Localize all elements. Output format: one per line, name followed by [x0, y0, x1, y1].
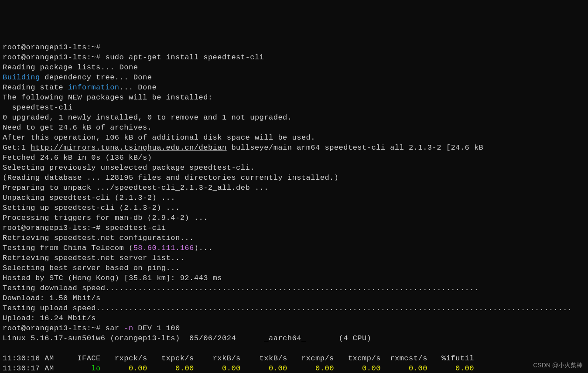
output-line: Reading state	[3, 83, 68, 92]
output-line: Fetched 24.6 kB in 0s (136 kB/s)	[3, 154, 152, 162]
sar-row-time: 11:30:17 AM	[3, 364, 91, 373]
download-result: Download: 1.50 Mbit/s	[3, 294, 101, 302]
output-line: bullseye/main arm64 speedtest-cli all 2.…	[227, 144, 484, 152]
information-keyword: information	[68, 83, 120, 92]
output-line: Testing from China Telecom (	[3, 244, 133, 252]
building-keyword: Building	[3, 73, 40, 82]
output-line: Get:1	[3, 144, 31, 152]
prompt: root@orangepi3-lts:~#	[3, 53, 101, 62]
output-line: Unpacking speedtest-cli (2.1.3-2) ...	[3, 194, 175, 202]
output-line: Preparing to unpack .../speedtest-cli_2.…	[3, 184, 269, 192]
sar-row-values: 0.00 0.00 0.00 0.00 0.00 0.00 0.00 0.00	[101, 364, 474, 373]
output-line: (Reading database ... 128195 files and d…	[3, 174, 339, 182]
output-line: ... Done	[120, 83, 157, 92]
output-line: 0 upgraded, 1 newly installed, 0 to remo…	[3, 113, 292, 122]
prompt: root@orangepi3-lts:~#	[3, 224, 101, 232]
command-sar-args: DEV 1 100	[133, 324, 180, 332]
output-line: After this operation, 106 kB of addition…	[3, 133, 315, 142]
sar-header: 11:30:16 AM IFACE rxpck/s txpck/s rxkB/s…	[3, 354, 474, 363]
prompt: root@orangepi3-lts:~#	[3, 324, 101, 332]
ip-address: 58.60.111.166	[133, 244, 194, 252]
output-line: Selecting previously unselected package …	[3, 164, 255, 172]
command-install: sudo apt-get install speedtest-cli	[105, 53, 264, 62]
upload-result: Upload: 16.24 Mbit/s	[3, 314, 96, 322]
output-line: Testing download speed..................…	[3, 284, 479, 292]
command-sar: sar	[105, 324, 124, 332]
output-line: Retrieving speedtest.net configuration..…	[3, 234, 194, 242]
output-line: Setting up speedtest-cli (2.1.3-2) ...	[3, 204, 180, 212]
output-line: Hosted by STC (Hong Kong) [35.81 km]: 92…	[3, 274, 222, 282]
output-line: Testing upload speed....................…	[3, 304, 572, 312]
system-info: Linux 5.16.17-sun50iw6 (orangepi3-lts) 0…	[3, 334, 371, 342]
csdn-watermark: CSDN @小火柴棒	[533, 360, 583, 370]
output-line: Selecting best server based on ping...	[3, 264, 180, 272]
output-line: Reading package lists... Done	[3, 63, 138, 72]
output-line: speedtest-cli	[3, 103, 73, 112]
output-line: Need to get 24.6 kB of archives.	[3, 123, 152, 132]
iface-lo: lo	[91, 364, 100, 373]
prompt: root@orangepi3-lts:~#	[3, 43, 101, 51]
output-line: )...	[194, 244, 213, 252]
output-line: Processing triggers for man-db (2.9.4-2)…	[3, 214, 208, 222]
sar-flag: -n	[124, 324, 133, 332]
mirror-url: http://mirrors.tuna.tsinghua.edu.cn/debi…	[31, 144, 226, 152]
output-line: The following NEW packages will be insta…	[3, 93, 213, 102]
terminal-output[interactable]: root@orangepi3-lts:~# root@orangepi3-lts…	[3, 42, 585, 373]
output-line: Retrieving speedtest.net server list...	[3, 254, 185, 262]
output-line: dependency tree... Done	[40, 73, 152, 82]
command-speedtest: speedtest-cli	[105, 224, 166, 232]
